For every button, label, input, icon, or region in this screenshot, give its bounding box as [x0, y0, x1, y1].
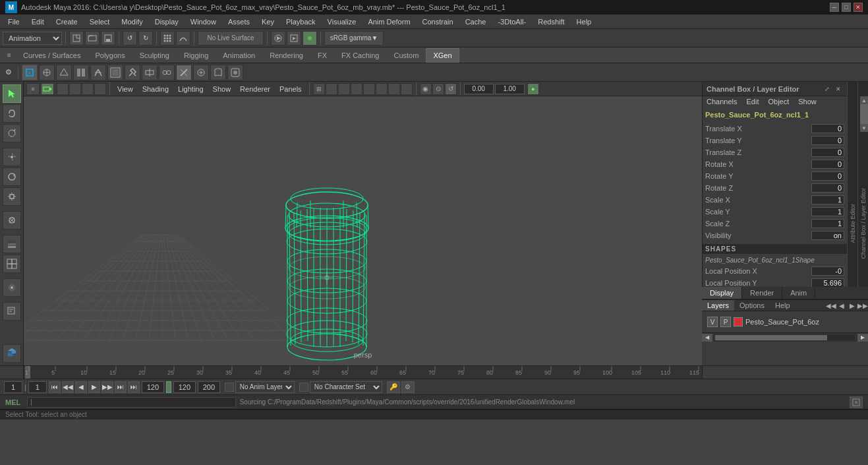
- tool-xgen2[interactable]: [39, 65, 55, 80]
- right-tab-display[interactable]: Display: [702, 287, 742, 299]
- tab-rendering[interactable]: Rendering: [262, 48, 310, 63]
- snap-grid-button[interactable]: [160, 31, 175, 46]
- menu-create[interactable]: Create: [51, 15, 83, 28]
- play-forward-forward-btn[interactable]: ▶▶: [101, 381, 113, 393]
- layer-nav-next[interactable]: ▶: [847, 300, 857, 311]
- tool-xgen5[interactable]: [90, 65, 106, 80]
- redo-button[interactable]: ↻: [138, 31, 153, 46]
- panel-float-btn[interactable]: ⤢: [823, 84, 832, 94]
- cb-scroll-down[interactable]: ▼: [860, 124, 868, 132]
- attr-scale-z-input[interactable]: [811, 219, 844, 228]
- tab-sculpting[interactable]: Sculpting: [132, 48, 177, 63]
- vp-menu-shading[interactable]: Shading: [138, 84, 173, 94]
- tool-xgen7[interactable]: [125, 65, 140, 80]
- render-btn2[interactable]: [287, 31, 301, 46]
- cb-menu-edit[interactable]: Edit: [742, 96, 763, 107]
- tab-rigging[interactable]: Rigging: [177, 48, 216, 63]
- right-tab-render[interactable]: Render: [742, 287, 782, 299]
- menu-select[interactable]: Select: [84, 15, 115, 28]
- frame-start-input[interactable]: [28, 381, 47, 393]
- tab-custom[interactable]: Custom: [387, 48, 426, 63]
- current-frame-input[interactable]: [4, 381, 22, 393]
- menu-cache[interactable]: Cache: [460, 15, 492, 28]
- frame-range-bar[interactable]: [166, 381, 171, 393]
- scroll-right-btn[interactable]: ▶: [857, 334, 868, 342]
- menu-help[interactable]: Help: [571, 15, 597, 28]
- play-next-btn[interactable]: ⏭: [115, 381, 127, 393]
- gamma-btn[interactable]: sRGB gamma▼: [324, 31, 384, 46]
- undo-button[interactable]: ↺: [123, 31, 137, 46]
- char-set-select[interactable]: No Character Set: [310, 381, 382, 393]
- autokey-btn[interactable]: 🔑: [387, 381, 400, 393]
- timeline-max-input[interactable]: [198, 381, 220, 393]
- panel-close-btn[interactable]: ✕: [834, 84, 843, 94]
- right-scrollbar[interactable]: ◀ ▶: [702, 332, 868, 342]
- layer-playback-toggle[interactable]: P: [720, 317, 731, 327]
- viewport[interactable]: ≡ View Shading Lighting Show Renderer Pa…: [24, 82, 702, 365]
- tool-universal[interactable]: [3, 211, 21, 230]
- vp-render-btn3[interactable]: ↺: [445, 83, 457, 95]
- save-file-button[interactable]: [101, 31, 115, 46]
- layer-nav-last[interactable]: ▶▶: [857, 300, 868, 311]
- horizontal-scrollbar-thumb[interactable]: [715, 335, 827, 340]
- tool-soft-select[interactable]: [3, 278, 21, 297]
- tool-xgen9[interactable]: [159, 65, 175, 80]
- right-tab-anim[interactable]: Anim: [782, 287, 815, 299]
- vp-menu-view[interactable]: View: [113, 84, 137, 94]
- attr-visibility-input[interactable]: [811, 231, 844, 240]
- cb-menu-channels[interactable]: Channels: [703, 96, 741, 107]
- tool-nav-cube[interactable]: [3, 344, 21, 363]
- vp-smooth-btn[interactable]: [326, 83, 337, 95]
- render-btn3[interactable]: [303, 31, 317, 46]
- tool-xgen6[interactable]: [107, 65, 123, 80]
- vp-render-btn2[interactable]: ⊙: [432, 83, 444, 95]
- vp-toggle-btn[interactable]: ≡: [26, 83, 40, 95]
- layer-item[interactable]: V P Pesto_Sauce_Pot_6oz: [705, 314, 865, 330]
- tool-xgen4[interactable]: [73, 65, 89, 80]
- attr-translate-z-input[interactable]: [811, 148, 844, 157]
- play-back-btn[interactable]: ◀: [75, 381, 87, 393]
- tool-display-layer[interactable]: [3, 235, 21, 253]
- vp-shading-btn5[interactable]: [401, 83, 413, 95]
- preferences-btn[interactable]: ⚙: [401, 381, 415, 393]
- layer-tab-help[interactable]: Help: [770, 300, 796, 311]
- tab-fx-caching[interactable]: FX Caching: [334, 48, 386, 63]
- tool-outliner[interactable]: [3, 255, 21, 273]
- channel-box-side-label[interactable]: Channel Box / Layer Editor: [860, 188, 867, 259]
- layer-nav-prev[interactable]: ◀: [836, 300, 847, 311]
- vp-shading-btn4[interactable]: [388, 83, 400, 95]
- menu-window[interactable]: Window: [185, 15, 221, 28]
- snap-curve-button[interactable]: [176, 31, 190, 46]
- vp-layout-2[interactable]: [69, 83, 81, 95]
- vp-menu-panels[interactable]: Panels: [275, 84, 306, 94]
- play-forward-btn[interactable]: ▶: [88, 381, 100, 393]
- attr-local-pos-x-input[interactable]: [811, 266, 844, 276]
- attr-local-pos-y-input[interactable]: [811, 278, 844, 288]
- char-set-icon[interactable]: [299, 383, 308, 392]
- vp-layout-4[interactable]: [94, 83, 106, 95]
- menu-3dtoall[interactable]: -3DtoAll-: [492, 15, 531, 28]
- horizontal-scrollbar-track[interactable]: [715, 335, 855, 340]
- vp-layout-3[interactable]: [82, 83, 94, 95]
- layer-tab-layers[interactable]: Layers: [702, 300, 734, 311]
- tool-annotation[interactable]: [3, 302, 21, 321]
- attr-rotate-z-input[interactable]: [811, 183, 844, 193]
- viewport-canvas[interactable]: x y z persp: [24, 96, 702, 365]
- tool-rotate[interactable]: [3, 168, 21, 186]
- layer-visibility-toggle[interactable]: V: [707, 317, 718, 327]
- tab-animation[interactable]: Animation: [216, 48, 262, 63]
- anim-layer-icon[interactable]: [225, 383, 234, 392]
- settings-icon[interactable]: ⚙: [3, 67, 14, 78]
- tab-curves-surfaces[interactable]: Curves / Surfaces: [16, 48, 88, 63]
- vp-menu-show[interactable]: Show: [209, 84, 235, 94]
- tabbar-toggle[interactable]: ≡: [3, 51, 16, 59]
- vp-camera-btn[interactable]: [41, 83, 54, 95]
- menu-anim-deform[interactable]: Anim Deform: [362, 15, 415, 28]
- vp-menu-renderer[interactable]: Renderer: [236, 84, 274, 94]
- vp-shading-btn3[interactable]: [376, 83, 388, 95]
- animation-preset-select[interactable]: Animation: [3, 32, 62, 45]
- menu-playback[interactable]: Playback: [281, 15, 321, 28]
- menu-edit[interactable]: Edit: [26, 15, 49, 28]
- frame-end-input[interactable]: [142, 381, 164, 393]
- vp-shading-btn2[interactable]: [363, 83, 375, 95]
